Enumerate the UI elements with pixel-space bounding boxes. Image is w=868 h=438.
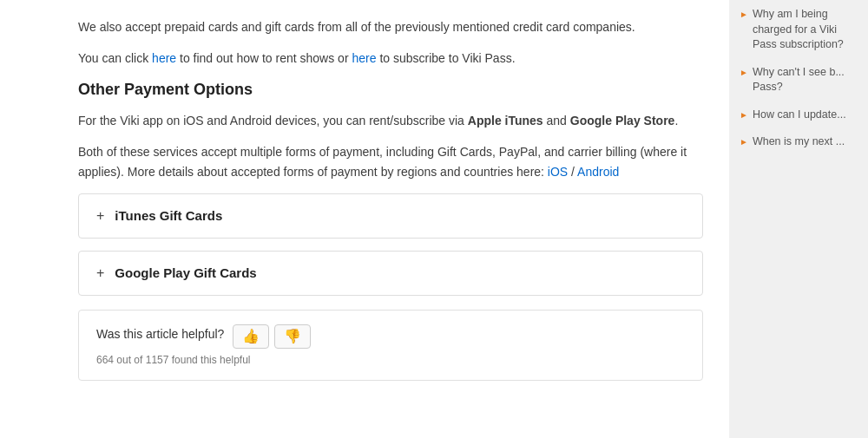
- feedback-question: Was this article helpful?: [96, 327, 224, 341]
- feedback-buttons: 👍 👎: [233, 324, 311, 349]
- arrow-icon-3: ►: [740, 109, 748, 121]
- ios-android-before: For the Viki app on iOS and Android devi…: [78, 114, 468, 127]
- payment-forms-paragraph: Both of these services accept multiple f…: [78, 142, 703, 181]
- thumbs-up-button[interactable]: 👍: [233, 324, 269, 349]
- google-section-header: + Google Play Gift Cards: [96, 265, 685, 281]
- sidebar-item-label-2: Why can't I see b... Pass?: [753, 65, 858, 95]
- sidebar: ► Why am I being charged for a Viki Pass…: [729, 0, 868, 438]
- feedback-box: Was this article helpful? 👍 👎 664 out of…: [78, 310, 703, 381]
- sidebar-item-label-4: When is my next ...: [753, 134, 845, 150]
- android-link[interactable]: Android: [577, 165, 619, 179]
- ios-android-paragraph: For the Viki app on iOS and Android devi…: [78, 111, 703, 130]
- rent-shows-link[interactable]: here: [152, 51, 176, 65]
- sidebar-item-label-3: How can I update...: [753, 108, 846, 123]
- subscribe-viki-link[interactable]: here: [352, 51, 376, 65]
- arrow-icon-2: ►: [740, 67, 748, 79]
- thumbs-down-button[interactable]: 👎: [274, 324, 311, 349]
- arrow-icon-1: ►: [740, 9, 748, 21]
- sidebar-item-label-1: Why am I being charged for a Viki Pass s…: [753, 7, 858, 53]
- click-here-after: to subscribe to Viki Pass.: [377, 51, 516, 65]
- sidebar-item-when-next[interactable]: ► When is my next ...: [740, 134, 858, 150]
- ios-link[interactable]: iOS: [548, 165, 568, 179]
- feedback-row: Was this article helpful? 👍 👎: [96, 324, 685, 349]
- sidebar-item-why-charged[interactable]: ► Why am I being charged for a Viki Pass…: [740, 7, 858, 53]
- click-here-before: You can click: [78, 51, 152, 65]
- apple-itunes-bold: Apple iTunes: [468, 114, 543, 127]
- sidebar-item-how-update[interactable]: ► How can I update...: [740, 108, 858, 123]
- google-play-bold: Google Play Store: [570, 114, 675, 127]
- google-play-gift-cards-section[interactable]: + Google Play Gift Cards: [78, 251, 703, 296]
- other-payment-options-heading: Other Payment Options: [78, 81, 703, 99]
- arrow-icon-4: ►: [740, 136, 748, 148]
- sidebar-item-why-cant-see[interactable]: ► Why can't I see b... Pass?: [740, 65, 858, 95]
- click-here-middle: to find out how to rent shows or: [176, 51, 352, 65]
- click-here-paragraph: You can click here to find out how to re…: [78, 49, 703, 68]
- feedback-count: 664 out of 1157 found this helpful: [96, 354, 685, 366]
- google-section-label: Google Play Gift Cards: [115, 265, 256, 280]
- itunes-section-header: + iTunes Gift Cards: [96, 208, 685, 224]
- plus-icon-itunes: +: [96, 208, 104, 224]
- plus-icon-google: +: [96, 265, 104, 281]
- main-content: We also accept prepaid cards and gift ca…: [0, 0, 729, 438]
- prepaid-cards-paragraph: We also accept prepaid cards and gift ca…: [78, 17, 703, 36]
- slash: /: [568, 165, 577, 179]
- itunes-section-label: iTunes Gift Cards: [115, 208, 222, 223]
- between-bolds: and: [543, 114, 570, 127]
- after-bolds: .: [674, 114, 678, 127]
- itunes-gift-cards-section[interactable]: + iTunes Gift Cards: [78, 193, 703, 239]
